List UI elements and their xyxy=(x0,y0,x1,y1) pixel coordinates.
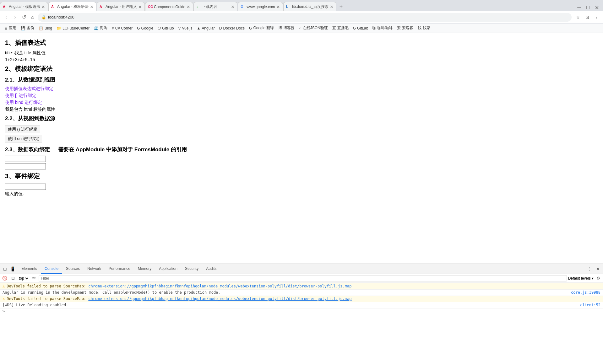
bookmark-github[interactable]: ⬡GitHub xyxy=(156,25,176,31)
console-context-select[interactable]: top xyxy=(18,276,29,281)
bracket-bind-link[interactable]: 使用 [] 进行绑定 xyxy=(5,93,598,99)
forward-button[interactable]: › xyxy=(11,13,19,21)
maximize-button[interactable]: □ xyxy=(584,4,592,11)
tab-bar: A Angular - 模板语法 ✕ A Angular - 模板语法 ✕ A … xyxy=(0,0,603,11)
bookmark-coffee[interactable]: 咖咖啡咖啡 xyxy=(371,25,394,31)
devtools-tab-memory[interactable]: Memory xyxy=(134,264,155,274)
tab-2-close[interactable]: ✕ xyxy=(90,4,94,9)
new-tab-button[interactable]: + xyxy=(337,3,345,11)
jsonvalidate-icon: ○ xyxy=(299,26,301,30)
home-button[interactable]: ⌂ xyxy=(29,13,36,21)
tab-3-close[interactable]: ✕ xyxy=(138,4,142,9)
devtools-tab-network[interactable]: Network xyxy=(84,264,105,274)
tab-6-title: www.google.com xyxy=(247,5,275,9)
csharp-icon: # xyxy=(112,26,114,30)
bookmark-backup[interactable]: 💾备份 xyxy=(19,25,36,31)
tab-1[interactable]: A Angular - 模板语法 ✕ xyxy=(0,2,48,11)
minimize-button[interactable]: ─ xyxy=(575,4,583,11)
devtools-tab-sources[interactable]: Sources xyxy=(62,264,84,274)
tab-6-close[interactable]: ✕ xyxy=(276,4,280,9)
section-2-3-title: 2.3、数据双向绑定 --- 需要在 AppModule 中添加对于 Forms… xyxy=(5,146,598,153)
bookmark-haitao[interactable]: 🌊海淘 xyxy=(92,25,109,31)
menu-icon[interactable]: ⋮ xyxy=(593,13,600,21)
console-levels-select[interactable]: Default levels ▾ xyxy=(568,276,594,281)
tab-5-favicon: ↓ xyxy=(196,5,201,9)
toolbar-icons: ☆ ⊡ ⋮ xyxy=(574,13,600,21)
tab-2[interactable]: A Angular - 模板语法 ✕ xyxy=(48,2,96,11)
coffee-icon: 咖 xyxy=(372,25,376,31)
console-line-4-source[interactable]: client:52 xyxy=(580,303,600,307)
tab-7[interactable]: L lib.dom.d.ts_百度搜索 ✕ xyxy=(283,2,336,11)
tab-7-close[interactable]: ✕ xyxy=(330,4,334,9)
two-way-bind-input2[interactable] xyxy=(5,163,46,169)
bookmark-csharp[interactable]: #C# Corner xyxy=(110,25,134,31)
bookmark-gitlab[interactable]: GGitLab xyxy=(351,25,370,31)
tab-4-close[interactable]: ✕ xyxy=(187,4,190,9)
sourcemap-link-1[interactable]: chrome-extension://gppmgmhikpfnbhagimnfk… xyxy=(88,284,351,288)
tab-5[interactable]: ↓ 下载内容 ✕ xyxy=(193,2,237,11)
tab-5-close[interactable]: ✕ xyxy=(231,4,235,9)
console-eye-icon[interactable]: 👁 xyxy=(30,275,37,282)
tab-2-title: Angular - 模板语法 xyxy=(57,4,89,9)
console-input[interactable] xyxy=(7,309,600,313)
devtools-tab-elements[interactable]: Elements xyxy=(18,264,41,274)
tab-1-close[interactable]: ✕ xyxy=(41,4,45,9)
event-bind-input[interactable] xyxy=(5,184,46,190)
bookmark-google[interactable]: GGoogle xyxy=(135,25,155,31)
console-filter-input[interactable] xyxy=(39,275,567,281)
console-line-2-source[interactable]: core.js:39988 xyxy=(571,290,600,295)
url-bar[interactable]: 🔒 localhost:4200 xyxy=(38,13,572,22)
bind-keyword-link[interactable]: 使用 bind 进行绑定 xyxy=(5,100,598,105)
devtools-close-icon[interactable]: ✕ xyxy=(594,265,602,273)
event-bind-btn2[interactable]: 使用 on 进行绑定 xyxy=(5,135,42,142)
bookmark-anke[interactable]: 安安客客 xyxy=(395,25,415,31)
bookmark-translate[interactable]: GGoogle 翻译 xyxy=(247,25,276,31)
tab-4[interactable]: CG ComponentsGuide ✕ xyxy=(145,2,193,11)
bookmark-cnblogs[interactable]: 博博客园 xyxy=(276,25,296,31)
bookmark-lcfuture[interactable]: 📁LCFutureCenter xyxy=(55,25,91,31)
devtools-extra-icons: ⋮ ✕ xyxy=(585,265,602,273)
console-settings-icon[interactable]: ⚙ xyxy=(595,275,602,282)
devtools-more-icon[interactable]: ⋮ xyxy=(585,265,593,273)
docker-icon: D xyxy=(219,26,222,30)
gitlab-icon: G xyxy=(353,26,356,30)
devtools-tab-performance[interactable]: Performance xyxy=(105,264,134,274)
tab-3-favicon: A xyxy=(100,5,104,9)
devtools-tab-console[interactable]: Console xyxy=(41,264,62,274)
sourcemap-link-2[interactable]: chrome-extension://gppmgmhikpfnbhagimnfk… xyxy=(88,297,351,301)
reload-button[interactable]: ↺ xyxy=(20,13,28,21)
section-3-title: 3、事件绑定 xyxy=(5,172,598,180)
bookmark-qian[interactable]: 钱钱家 xyxy=(416,25,432,31)
bookmark-vuejs[interactable]: VVue.js xyxy=(177,25,194,31)
bookmark-apps[interactable]: ⊞应用 xyxy=(3,25,18,31)
page-content: 1、插值表达式 title: 我是 title 属性值 1+2+3+4+5=15… xyxy=(0,33,603,264)
bookmark-angular[interactable]: ▲Angular xyxy=(195,25,216,31)
devtools-inspect-icon[interactable]: ⊡ xyxy=(1,265,9,273)
section-2-1-title: 2.1、从数据源到视图 xyxy=(5,76,598,83)
devtools-tab-security[interactable]: Security xyxy=(181,264,202,274)
interpolation-bind-link[interactable]: 使用插值表达式进行绑定 xyxy=(5,86,598,92)
console-filter-btn[interactable]: ⊡ xyxy=(9,275,16,282)
close-button[interactable]: ✕ xyxy=(593,4,600,11)
event-bind-btn1[interactable]: 使用 () 进行绑定 xyxy=(5,126,40,133)
console-clear-btn[interactable]: 🚫 xyxy=(1,275,8,282)
console-line-2-text: Angular is running in the development mo… xyxy=(3,290,571,295)
extension-icon[interactable]: ⊡ xyxy=(584,13,591,21)
devtools-mobile-icon[interactable]: 📱 xyxy=(9,265,16,273)
nav-buttons: ‹ › ↺ ⌂ xyxy=(3,13,36,21)
bookmark-zhibo[interactable]: 直直播吧 xyxy=(330,25,350,31)
bookmark-docker[interactable]: DDocker Docs xyxy=(217,25,247,31)
back-button[interactable]: ‹ xyxy=(3,13,10,21)
tab-3[interactable]: A Angular - 用户输入 ✕ xyxy=(97,2,145,11)
bookmark-jsonvalidate[interactable]: ○在线JSON验证 xyxy=(297,25,329,31)
address-bar: ‹ › ↺ ⌂ 🔒 localhost:4200 ☆ ⊡ ⋮ xyxy=(0,11,603,23)
title-value-text: title: 我是 title 属性值 xyxy=(5,50,598,56)
zhibo-icon: 直 xyxy=(332,25,336,31)
two-way-bind-input1[interactable] xyxy=(5,156,46,162)
star-icon[interactable]: ☆ xyxy=(574,13,582,21)
bookmark-blog[interactable]: 📋Blog xyxy=(37,25,54,31)
tab-6[interactable]: G www.google.com ✕ xyxy=(238,2,283,11)
devtools-tab-application[interactable]: Application xyxy=(155,264,181,274)
devtools-tab-audits[interactable]: Audits xyxy=(202,264,220,274)
tab-1-favicon: A xyxy=(3,5,7,9)
